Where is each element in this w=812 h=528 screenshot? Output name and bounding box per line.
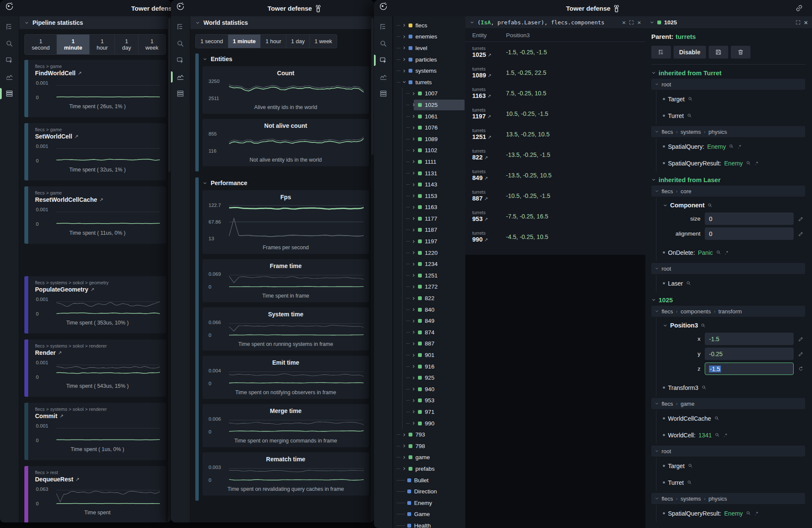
titlebar[interactable]: Tower defense: [374, 0, 812, 17]
tree-item-1187[interactable]: 1187: [403, 224, 465, 236]
chart-link[interactable]: Commit: [35, 413, 57, 419]
range-tab-1-minute[interactable]: 1 minute: [228, 35, 260, 48]
tree-item-1220[interactable]: 1220: [403, 247, 465, 259]
tree-item-940[interactable]: 940: [403, 383, 465, 395]
tree-item-level[interactable]: level: [393, 42, 465, 54]
chart-link[interactable]: PopulateGeometry: [35, 286, 88, 293]
titlebar[interactable]: Tower defense: [171, 0, 374, 17]
tree-item-1025[interactable]: 1025: [403, 99, 465, 111]
sidebar-search-icon[interactable]: [171, 39, 190, 48]
tree-item-798[interactable]: 798: [393, 440, 465, 452]
tree-item-Direction[interactable]: Direction: [393, 486, 465, 497]
tree-item-game[interactable]: game: [393, 452, 465, 463]
scrollbar[interactable]: [168, 16, 171, 522]
sidebar-search-icon[interactable]: [0, 39, 19, 48]
expand-icon[interactable]: [401, 23, 407, 27]
section-header-Performance[interactable]: Performance: [203, 177, 369, 189]
expand-icon[interactable]: [411, 273, 417, 277]
expand-icon[interactable]: [411, 126, 417, 130]
tree-item-1153[interactable]: 1153: [403, 190, 465, 202]
tag-value-link[interactable]: 1341: [698, 432, 712, 439]
entity-id-link[interactable]: 887↗: [472, 195, 506, 202]
tree-item-Bullet[interactable]: Bullet: [393, 475, 465, 486]
tree-item-turrets[interactable]: turrets: [393, 77, 465, 88]
expand-icon[interactable]: [411, 103, 417, 107]
tree-item-874[interactable]: 874: [403, 327, 465, 338]
tree-item-Enemy[interactable]: Enemy: [393, 497, 465, 509]
chart-link[interactable]: DequeueRest: [35, 476, 73, 483]
tag-value-link[interactable]: Panic: [698, 249, 713, 256]
tree-item-1061[interactable]: 1061: [403, 111, 465, 122]
expand-icon[interactable]: [411, 364, 417, 369]
tree-item-916[interactable]: 916: [403, 361, 465, 372]
collapse-icon[interactable]: [401, 80, 407, 84]
search-component-icon[interactable]: [729, 144, 734, 149]
range-tab-1-day[interactable]: 1 day: [115, 35, 138, 54]
search-component-icon[interactable]: [688, 463, 693, 469]
search-component-icon[interactable]: [700, 323, 706, 328]
close-icon[interactable]: ×: [637, 19, 641, 26]
expand-icon[interactable]: [411, 216, 417, 221]
expand-icon[interactable]: [411, 307, 417, 312]
entity-id-link[interactable]: 849↗: [472, 174, 506, 182]
entity-id-link[interactable]: 953↗: [472, 215, 506, 223]
field-input-y[interactable]: -0.25: [705, 348, 794, 360]
parent-link[interactable]: turrets: [676, 33, 696, 40]
expand-icon[interactable]: [411, 421, 417, 425]
tree-item-953[interactable]: 953: [403, 395, 465, 407]
expand-icon[interactable]: [401, 69, 407, 73]
tree-item-flecs[interactable]: flecs: [393, 20, 465, 31]
tree-item-1131[interactable]: 1131: [403, 168, 465, 179]
search-component-icon[interactable]: [746, 510, 751, 516]
expand-icon[interactable]: [411, 376, 417, 380]
chart-link[interactable]: Render: [35, 349, 56, 356]
close-icon[interactable]: ×: [804, 19, 808, 26]
panel-header-pipeline-statistics[interactable]: Pipeline statistics: [19, 16, 171, 29]
expand-icon[interactable]: [411, 114, 417, 118]
sidebar-inspect-icon[interactable]: [374, 56, 393, 65]
tree-item-1089[interactable]: 1089: [403, 133, 465, 145]
tag-value-link[interactable]: Enemy: [707, 143, 726, 150]
component-group-flecs-core[interactable]: flecs›core: [651, 186, 805, 197]
chart-link[interactable]: SetWorldCell: [35, 133, 72, 140]
tree-item-1076[interactable]: 1076: [403, 122, 465, 133]
field-input-x[interactable]: -1.5: [705, 333, 794, 345]
sidebar-tree-icon[interactable]: [0, 22, 19, 32]
tree-item-849[interactable]: 849: [403, 315, 465, 327]
share-link-icon[interactable]: [795, 4, 803, 14]
sidebar-inspect-icon[interactable]: [171, 56, 190, 65]
tree-item-1251[interactable]: 1251: [403, 270, 465, 281]
section-inherited-from-Laser[interactable]: inherited from Laser: [651, 176, 805, 183]
section-inherited-from-Turret[interactable]: inherited from Turret: [651, 69, 805, 77]
range-tab-1-second[interactable]: 1 second: [196, 35, 228, 48]
expand-icon[interactable]: [411, 171, 417, 175]
edit-icon[interactable]: [798, 351, 805, 357]
delete-button[interactable]: [731, 46, 750, 59]
expand-icon[interactable]: [411, 319, 417, 323]
range-tab-1-hour[interactable]: 1 hour: [261, 35, 286, 48]
expand-icon[interactable]: [401, 444, 407, 448]
search-component-icon[interactable]: [715, 432, 720, 438]
search-component-icon[interactable]: [686, 280, 691, 286]
component-group-flecs-systems-physics[interactable]: flecs›systems›physics: [651, 493, 805, 504]
entity-id-link[interactable]: 1251↗: [472, 133, 506, 141]
search-component-icon[interactable]: [701, 385, 707, 390]
sidebar-chart-icon[interactable]: [374, 72, 393, 82]
disable-button[interactable]: Disable: [674, 46, 706, 59]
section-header-Entities[interactable]: Entities: [203, 53, 369, 65]
tree-item-840[interactable]: 840: [403, 304, 465, 316]
expand-icon[interactable]: [411, 353, 417, 357]
tree-item-1272[interactable]: 1272: [403, 281, 465, 293]
expand-icon[interactable]: [401, 46, 407, 50]
entity-id-link[interactable]: 822↗: [472, 154, 506, 161]
tag-value-link[interactable]: Enemy: [724, 160, 743, 167]
expand-icon[interactable]: [411, 330, 417, 334]
tree-item-systems[interactable]: systems: [393, 65, 465, 77]
tree-item-1197[interactable]: 1197: [403, 236, 465, 247]
expand-icon[interactable]: [411, 159, 417, 164]
entity-id-link[interactable]: 1025↗: [472, 51, 506, 59]
tree-item-925[interactable]: 925: [403, 372, 465, 383]
sidebar-table-icon[interactable]: [0, 89, 19, 98]
field-input-size[interactable]: 0: [705, 212, 794, 225]
sidebar-tree-icon[interactable]: [171, 22, 190, 32]
